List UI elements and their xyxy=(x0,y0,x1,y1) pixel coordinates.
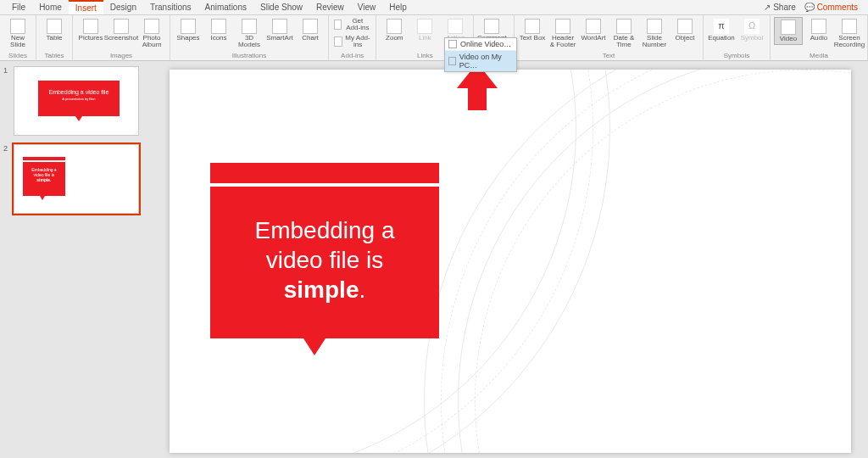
thumbnail-1[interactable]: Embedding a video file A presentation by… xyxy=(14,66,139,136)
new-slide-button[interactable]: New Slide xyxy=(3,17,32,51)
icons-button[interactable]: Icons xyxy=(204,17,233,43)
group-text: Text Box Header & Footer WordArt Date & … xyxy=(515,15,704,60)
datetime-button[interactable]: Date & Time xyxy=(609,17,638,51)
zoom-button[interactable]: Zoom xyxy=(380,17,409,43)
group-label-tables: Tables xyxy=(40,52,69,60)
screen-recording-button[interactable]: Screen Recording xyxy=(835,17,864,51)
group-label-illustrations: Illustrations xyxy=(174,52,325,60)
wordart-button[interactable]: WordArt xyxy=(579,17,608,43)
textbox-button[interactable]: Text Box xyxy=(518,17,547,43)
group-addins: Get Add-ins My Add-ins Add-ins xyxy=(329,15,376,60)
my-addins-button[interactable]: My Add-ins xyxy=(332,34,372,50)
pictures-button[interactable]: Pictures xyxy=(76,17,105,43)
film-icon xyxy=(448,57,456,65)
tab-insert[interactable]: Insert xyxy=(69,0,103,14)
link-button: Link xyxy=(410,17,439,43)
slide-canvas-area: Embedding a video file is simple. xyxy=(144,61,868,458)
shapes-button[interactable]: Shapes xyxy=(174,17,203,43)
group-label-images: Images xyxy=(76,52,166,60)
group-tables: Table Tables xyxy=(36,15,73,60)
smartart-button[interactable]: SmartArt xyxy=(265,17,294,43)
menu-tabs: File Home Insert Design Transitions Anim… xyxy=(0,0,868,15)
group-label-text: Text xyxy=(518,52,699,60)
callout-tail-icon xyxy=(303,338,326,355)
slide-line3: simple xyxy=(284,276,359,303)
group-symbols: πEquation ΩSymbol Symbols xyxy=(704,15,771,60)
audio-button[interactable]: Audio xyxy=(804,17,833,43)
tab-transitions[interactable]: Transitions xyxy=(143,1,198,14)
tab-home[interactable]: Home xyxy=(32,1,69,14)
video-dropdown: Online Video… Video on My PC… xyxy=(444,37,517,72)
slide-canvas[interactable]: Embedding a video file is simple. xyxy=(170,70,851,453)
tab-design[interactable]: Design xyxy=(103,1,143,14)
group-label-addins: Add-ins xyxy=(332,52,372,60)
chart-button[interactable]: Chart xyxy=(296,17,325,43)
online-video-item[interactable]: Online Video… xyxy=(445,38,516,51)
share-button[interactable]: ↗ Share xyxy=(764,3,795,12)
tab-animations[interactable]: Animations xyxy=(198,1,253,14)
symbol-button: ΩSymbol xyxy=(737,17,766,43)
video-button[interactable]: Video xyxy=(774,17,803,45)
group-illustrations: Shapes Icons 3D Models SmartArt Chart Il… xyxy=(170,15,329,60)
object-button[interactable]: Object xyxy=(670,17,699,43)
tab-view[interactable]: View xyxy=(351,1,383,14)
get-addins-button[interactable]: Get Add-ins xyxy=(332,17,372,33)
thumbnail-1-wrap[interactable]: 1 Embedding a video file A presentation … xyxy=(3,66,139,136)
equation-button[interactable]: πEquation xyxy=(707,17,736,43)
screenshot-button[interactable]: Screenshot xyxy=(107,17,136,43)
workspace: 1 Embedding a video file A presentation … xyxy=(0,61,868,458)
group-label-symbols: Symbols xyxy=(707,52,766,60)
video-on-pc-item[interactable]: Video on My PC… xyxy=(445,51,516,71)
tab-help[interactable]: Help xyxy=(382,1,414,14)
callout-body: Embedding a video file is simple. xyxy=(210,187,439,338)
header-footer-button[interactable]: Header & Footer xyxy=(548,17,577,51)
slide-callout[interactable]: Embedding a video file is simple. xyxy=(210,163,439,355)
group-slides: New Slide Slides xyxy=(0,15,36,60)
thumbnail-2-number: 2 xyxy=(3,144,10,214)
thumb1-title: Embedding a video file xyxy=(48,89,108,95)
table-button[interactable]: Table xyxy=(40,17,69,43)
slide-line2: video file is xyxy=(266,247,384,273)
slide-number-button[interactable]: Slide Number xyxy=(640,17,669,51)
tab-slideshow[interactable]: Slide Show xyxy=(253,1,309,14)
thumbnail-2-wrap[interactable]: 2 Embedding a video file is simple. xyxy=(3,144,139,214)
thumb1-sub: A presentation by Ben xyxy=(62,97,95,101)
group-label-slides: Slides xyxy=(3,52,32,60)
3d-models-button[interactable]: 3D Models xyxy=(235,17,264,51)
slide-line1: Embedding a xyxy=(254,217,394,243)
slide-thumbnails-panel: 1 Embedding a video file A presentation … xyxy=(0,61,144,458)
thumbnail-2[interactable]: Embedding a video file is simple. xyxy=(14,144,139,214)
callout-bar xyxy=(210,163,439,183)
group-media: Video Audio Screen Recording Media xyxy=(771,15,868,60)
tab-file[interactable]: File xyxy=(5,1,32,14)
monitor-icon xyxy=(448,40,457,48)
group-images: Pictures Screenshot Photo Album Images xyxy=(73,15,170,60)
ribbon-insert: New Slide Slides Table Tables Pictures S… xyxy=(0,15,868,61)
tab-review[interactable]: Review xyxy=(309,1,351,14)
comments-button[interactable]: 💬 Comments xyxy=(804,3,858,12)
thumbnail-1-number: 1 xyxy=(3,66,10,136)
photo-album-button[interactable]: Photo Album xyxy=(137,17,166,51)
group-label-media: Media xyxy=(774,52,864,60)
